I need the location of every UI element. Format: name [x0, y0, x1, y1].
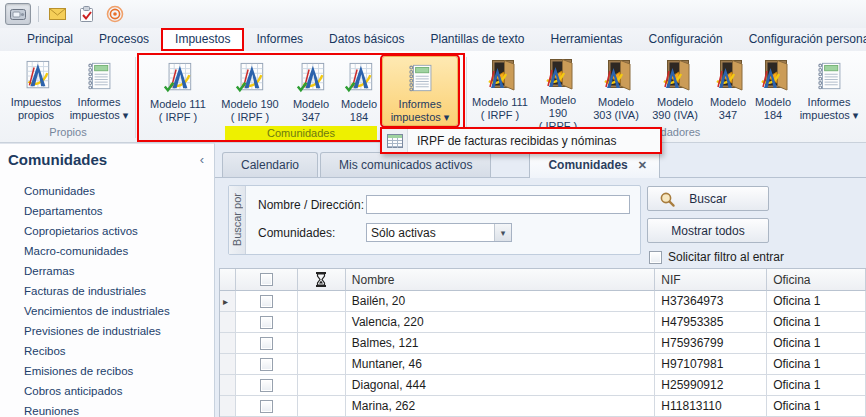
sidebar-item-vencimientos-de-industriales[interactable]: Vencimientos de industriales	[0, 301, 214, 321]
cell-oficina: Oficina 1	[767, 354, 866, 375]
name-address-input[interactable]	[366, 195, 630, 214]
table-row[interactable]: Diagonal, 444 H25990912 Oficina 1	[220, 375, 866, 396]
doc-tab-comunidades[interactable]: Comunidades ✕	[529, 151, 660, 178]
close-icon[interactable]: ✕	[638, 159, 647, 172]
table-row[interactable]: Marina, 262 H11813110 Oficina 1	[220, 396, 866, 417]
sidebar-collapse-icon[interactable]: ‹	[200, 152, 204, 167]
sidebar-item-comunidades[interactable]: Comunidades	[0, 181, 214, 201]
modelo-184-arrendadores-button[interactable]: Modelo 184	[751, 54, 795, 124]
tab-herramientas[interactable]: Herramientas	[538, 29, 636, 50]
tab-impuestos[interactable]: Impuestos	[162, 29, 243, 50]
grid-status-column-header[interactable]	[298, 269, 346, 291]
table-row[interactable]: Balmes, 121 H75936799 Oficina 1	[220, 333, 866, 354]
informes-impuestos-arrendadores-button[interactable]: Informes impuestos ▾	[795, 54, 863, 124]
grid-select-all-column[interactable]	[236, 269, 298, 291]
cell-nombre: Diagonal, 444	[346, 375, 656, 396]
grid-header-oficina[interactable]: Oficina	[767, 269, 866, 291]
row-checkbox[interactable]	[260, 295, 273, 308]
informes-impuestos-comunidades-button[interactable]: Informes impuestos ▾	[382, 56, 458, 126]
sidebar-item-emisiones-de-recibos[interactable]: Emisiones de recibos	[0, 361, 214, 381]
buscar-por-group-caption: Buscar por	[229, 186, 246, 254]
modelo-111-irpf-comunidades-button[interactable]: Modelo 111 ( IRPF )	[142, 56, 214, 126]
cell-nif: H97107981	[655, 354, 767, 375]
comunidades-view: Buscar por Nombre / Dirección: Comunidad…	[215, 178, 866, 417]
tab-configuracion[interactable]: Configuración	[636, 29, 736, 50]
report-notebook-icon	[406, 62, 434, 94]
toolbar-separator	[38, 6, 39, 22]
report-notebook-icon	[815, 60, 843, 92]
hourglass-icon	[315, 272, 327, 287]
modelo-303-iva-button[interactable]: Modelo 303 (IVA)	[587, 54, 645, 124]
impuestos-propios-button[interactable]: Impuestos propios	[5, 54, 67, 124]
row-checkbox[interactable]	[260, 337, 273, 350]
row-checkbox[interactable]	[260, 358, 273, 371]
sidebar-item-derramas[interactable]: Derramas	[0, 261, 214, 281]
row-checkbox[interactable]	[260, 400, 273, 413]
communities-select[interactable]: Sólo activas ▾	[366, 223, 512, 242]
select-all-checkbox[interactable]	[260, 273, 273, 286]
tab-principal[interactable]: Principal	[14, 29, 86, 50]
menu-item-irpf-facturas-nominas[interactable]: IRPF de facturas recibidas y nóminas	[408, 134, 616, 148]
modelo-111-irpf-arrendadores-button[interactable]: Modelo 111 ( IRPF )	[471, 54, 529, 124]
table-row[interactable]: ▸ Bailén, 20 H37364973 Oficina 1	[220, 291, 866, 312]
grid-header-nif[interactable]: NIF	[655, 269, 767, 291]
aeat-door-icon	[756, 59, 790, 93]
sidebar-item-reuniones[interactable]: Reuniones	[0, 401, 214, 417]
send-mail-button[interactable]	[46, 3, 68, 25]
doc-tab-calendario[interactable]: Calendario	[222, 152, 318, 177]
modelo-184-comunidades-button[interactable]: Modelo 184	[336, 56, 382, 126]
modelo-190-irpf-arrendadores-button[interactable]: Modelo 190 ( IRPF )	[529, 54, 587, 124]
doc-tab-mis-comunicados-activos[interactable]: Mis comunicados activos	[320, 152, 491, 177]
tab-configuracion-personal[interactable]: Configuración personal	[736, 29, 866, 50]
cell-nombre: Bailén, 20	[346, 291, 656, 312]
row-checkbox[interactable]	[260, 379, 273, 392]
group-label-propios: Propios	[2, 125, 134, 142]
sidebar-item-copropietarios-activos[interactable]: Copropietarios activos	[0, 221, 214, 241]
tab-datos-basicos[interactable]: Datos básicos	[316, 29, 417, 50]
modelo-347-comunidades-button[interactable]: Modelo 347	[286, 56, 336, 126]
sidebar-title: Comunidades	[8, 151, 107, 168]
aeat-door-icon	[711, 59, 745, 93]
cell-nif: H47953385	[655, 312, 767, 333]
cell-oficina: Oficina 1	[767, 291, 866, 312]
ribbon-group-propios: Impuestos propios Informes	[2, 53, 134, 142]
chevron-down-icon[interactable]: ▾	[494, 224, 511, 241]
sidebar-item-macro-comunidades[interactable]: Macro-comunidades	[0, 241, 214, 261]
sidebar-item-recibos[interactable]: Recibos	[0, 341, 214, 361]
broadcast-button[interactable]	[104, 3, 126, 25]
tab-informes[interactable]: Informes	[243, 29, 316, 50]
current-row-arrow-icon: ▸	[223, 296, 228, 307]
informes-impuestos-propios-button[interactable]: Informes impuestos ▾	[67, 54, 131, 124]
broadcast-icon	[106, 5, 124, 23]
cell-nombre: Marina, 262	[346, 396, 656, 417]
modelo-190-irpf-comunidades-button[interactable]: Modelo 190 ( IRPF )	[214, 56, 286, 126]
cell-nif: H25990912	[655, 375, 767, 396]
tasks-button[interactable]	[75, 3, 97, 25]
tab-procesos[interactable]: Procesos	[86, 29, 162, 50]
app-icon	[10, 8, 26, 21]
sidebar-item-cobros-anticipados[interactable]: Cobros anticipados	[0, 381, 214, 401]
sidebar-item-previsiones-de-industriales[interactable]: Previsiones de industriales	[0, 321, 214, 341]
solicitar-filtro-checkbox[interactable]	[649, 251, 662, 264]
buscar-button[interactable]: Buscar	[647, 186, 769, 211]
row-checkbox[interactable]	[260, 316, 273, 329]
modelo-347-arrendadores-button[interactable]: Modelo 347	[705, 54, 751, 124]
table-row[interactable]: Valencia, 220 H47953385 Oficina 1	[220, 312, 866, 333]
quick-access-toolbar	[0, 0, 866, 28]
communities-label: Comunidades:	[258, 226, 366, 240]
report-grid-icon	[387, 134, 403, 148]
tab-plantillas-de-texto[interactable]: Plantillas de texto	[417, 29, 537, 50]
app-menu-button[interactable]	[5, 3, 31, 25]
mostrar-todos-button[interactable]: Mostrar todos	[647, 218, 769, 243]
table-row[interactable]: Muntaner, 46 H97107981 Oficina 1	[220, 354, 866, 375]
modelo-390-iva-button[interactable]: Modelo 390 (IVA)	[645, 54, 705, 124]
grid-header-nombre[interactable]: Nombre	[346, 269, 656, 291]
clipboard-check-icon	[79, 6, 94, 23]
report-notebook-icon	[85, 60, 113, 92]
sidebar-item-departamentos[interactable]: Departamentos	[0, 201, 214, 221]
aeat-door-icon	[599, 59, 633, 93]
cell-oficina: Oficina 1	[767, 312, 866, 333]
sidebar-item-facturas-de-industriales[interactable]: Facturas de industriales	[0, 281, 214, 301]
group-divider	[466, 57, 467, 138]
cell-oficina: Oficina 1	[767, 396, 866, 417]
